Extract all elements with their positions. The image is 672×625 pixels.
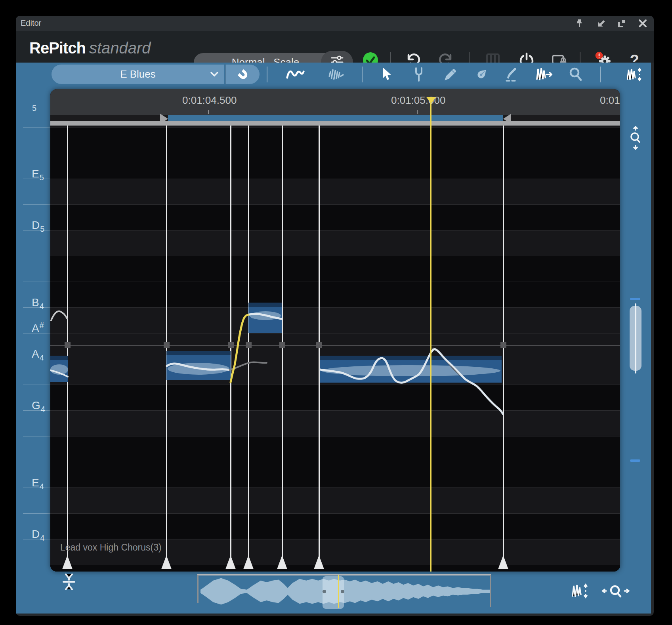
beat-divider-handle[interactable] [62, 555, 73, 569]
overview-minimap[interactable] [197, 574, 491, 610]
cursor-icon [380, 67, 393, 82]
pitch-curves [50, 126, 620, 572]
pitch-grid[interactable]: Lead vox High Chorus(3) [50, 126, 620, 572]
loop-range-bar[interactable] [50, 115, 620, 121]
wave-vzoom-icon [626, 66, 645, 83]
piano-row-separator [23, 359, 50, 359]
editor-window: Editor RePitchstandard Normal...Scale [16, 16, 654, 616]
piano-row-separator [23, 385, 50, 385]
dock-arrow-icon[interactable] [596, 17, 607, 29]
beat-divider-handle[interactable] [243, 555, 254, 569]
pen-nib-tool-button[interactable] [472, 65, 491, 84]
pitch-curve-icon [286, 67, 305, 82]
playhead-marker[interactable] [426, 97, 436, 104]
header-bar: RePitchstandard Normal...Scale [16, 31, 654, 63]
close-icon[interactable] [637, 17, 649, 29]
piano-row-separator [23, 462, 50, 462]
beat-divider-handle[interactable] [225, 555, 236, 569]
ruler-tick [417, 110, 418, 114]
vzoom-magnifier-icon [627, 126, 644, 150]
wave-vertical-zoom-button[interactable] [626, 65, 645, 84]
chevron-down-icon [210, 71, 219, 77]
ruler-timestamp: 0:01:04.500 [182, 94, 237, 107]
level-line-handle[interactable] [500, 342, 506, 348]
piano-row-separator [23, 256, 50, 256]
piano-row-separator [23, 307, 50, 308]
minimap-start-mark [197, 575, 199, 603]
piano-row-separator [23, 488, 50, 488]
pin-icon[interactable] [573, 17, 585, 29]
editor-panel: 0:01:04.5000:01:05.0000:01:05.500 Lead v… [50, 89, 620, 572]
zoom-range-mark-top [630, 298, 640, 300]
layout-windows-icon[interactable] [616, 17, 628, 29]
pitch-curve-mode-button[interactable] [286, 65, 305, 84]
piano-row-separator [23, 565, 50, 565]
level-line-handle[interactable] [65, 342, 71, 348]
brush-tool-button[interactable] [502, 65, 521, 84]
title-bar: Editor [16, 16, 654, 31]
vertical-zoom-button[interactable] [627, 126, 644, 150]
piano-row-separator [23, 333, 50, 333]
app-logo: RePitchstandard [29, 39, 151, 57]
piano-row-separator [23, 179, 50, 179]
bottom-horizontal-zoom-button[interactable] [601, 583, 631, 599]
timeline-ruler[interactable]: 0:01:04.5000:01:05.0000:01:05.500 [50, 89, 620, 115]
note3-pitch[interactable] [250, 314, 282, 319]
piano-row-separator [23, 230, 50, 231]
collapse-view-button[interactable] [60, 573, 78, 591]
edited-pitch-yellow[interactable] [231, 314, 250, 382]
piano-row-separator [23, 204, 50, 205]
piano-row-separator [23, 539, 50, 539]
tuning-fork-icon [412, 67, 426, 82]
zoom-tool-button[interactable] [566, 65, 585, 84]
toolbar-divider [267, 67, 267, 82]
wave-shift-tool-button[interactable] [535, 65, 554, 84]
beat-divider-handle[interactable] [277, 555, 287, 569]
piano-row-separator [23, 282, 50, 282]
piano-row-separator [23, 513, 50, 514]
note2-pitch[interactable] [167, 364, 229, 370]
bottom-vertical-zoom-button[interactable] [571, 583, 591, 599]
minimap-grip-left[interactable] [323, 590, 326, 593]
level-line-handle[interactable] [316, 342, 322, 348]
brand-name: RePitch [29, 39, 86, 57]
wave-arrow-icon [535, 67, 554, 82]
track-name-label: Lead vox High Chorus(3) [60, 542, 162, 553]
piano-row-separator [23, 410, 50, 411]
ruler-timestamp: 0:01:05.000 [391, 94, 445, 107]
zoom-range-mark-bottom [630, 459, 640, 462]
toolbar-divider [600, 67, 601, 82]
note4-pitch[interactable] [320, 349, 503, 414]
ruler-tick [208, 110, 209, 114]
vertical-slider-line [635, 303, 636, 373]
snap-magnet-button[interactable] [225, 65, 260, 84]
pen-nib-icon [474, 67, 489, 82]
horizontal-scrollbar[interactable] [50, 121, 620, 126]
cursor-tool-button[interactable] [377, 65, 396, 84]
piano-row-separator [23, 436, 50, 436]
level-line-handle[interactable] [228, 342, 234, 348]
toolbar-divider [362, 67, 363, 82]
loop-region[interactable] [168, 115, 503, 121]
entry-arc[interactable] [51, 311, 67, 320]
tuning-fork-tool-button[interactable] [409, 65, 428, 84]
brand-edition: standard [89, 39, 151, 57]
note1-pitch[interactable] [50, 370, 68, 377]
piano-row-separator [23, 153, 50, 153]
level-line-handle[interactable] [279, 342, 285, 348]
minimap-grip-right[interactable] [341, 590, 344, 593]
beat-divider-handle[interactable] [498, 555, 508, 569]
magnet-icon [236, 68, 250, 81]
beat-divider-handle[interactable] [161, 555, 172, 569]
level-line-handle[interactable] [246, 342, 252, 348]
beat-divider-handle[interactable] [314, 555, 324, 569]
level-line-handle[interactable] [164, 342, 170, 348]
pencil-tool-button[interactable] [441, 65, 460, 84]
waveform-icon [327, 67, 346, 82]
waveform-mode-button[interactable] [327, 65, 346, 84]
ruler-timestamp: 0:01:05.500 [600, 94, 620, 107]
minimap-top-edge [197, 574, 491, 575]
key-scale-selector[interactable]: E Blues [52, 65, 224, 84]
piano-row-separator [23, 127, 50, 128]
brush-icon [504, 67, 520, 82]
